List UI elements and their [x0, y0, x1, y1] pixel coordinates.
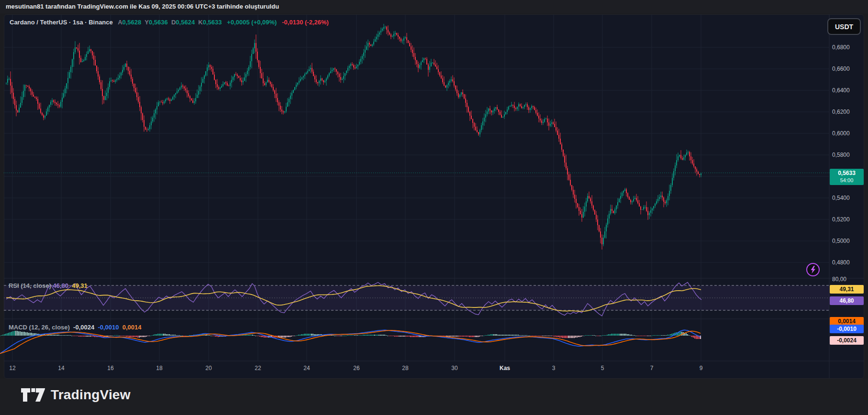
macd-legend-part: -0,0010 — [98, 324, 122, 331]
rsi-value-tag: 46,80 — [830, 296, 864, 305]
macd-legend-part: MACD (12, 26, close) — [9, 324, 73, 331]
price-axis-label: 0,5000 — [832, 238, 850, 244]
price-axis-label: 0,5800 — [832, 152, 850, 158]
time-axis-label: 30 — [451, 365, 457, 371]
rsi-legend-part: 49,31 — [72, 282, 88, 289]
time-axis-label: 7 — [650, 365, 654, 371]
symbol-legend-part: 0,5628 — [122, 19, 145, 26]
time-axis-label: 18 — [156, 365, 162, 371]
time-axis-label: 28 — [402, 365, 408, 371]
tradingview-logo-icon — [21, 386, 45, 404]
symbol-legend-part: 0,5624 — [176, 19, 198, 26]
tradingview-logo-text: TradingView — [51, 387, 131, 403]
symbol-legend-part: +0,0005 (+0,09%) — [227, 19, 282, 26]
macd-legend-part: -0,0024 — [73, 324, 98, 331]
price-axis-label: 0,6600 — [832, 66, 850, 72]
symbol-legend-part: Cardano / TetherUS · 1sa · Binance — [10, 19, 118, 26]
symbol-legend-part: 0,5633 — [203, 19, 227, 26]
time-axis-label: 14 — [58, 365, 64, 371]
footer-bar: TradingView — [0, 379, 868, 415]
time-axis-label: 24 — [303, 365, 310, 371]
macd-value-tag: -0,0010 — [830, 325, 864, 333]
price-axis-label: 0,6200 — [832, 109, 850, 115]
time-axis-label: 16 — [107, 365, 113, 371]
rsi-legend-part: 46,80 — [53, 282, 72, 289]
macd-legend-part: 0,0014 — [122, 324, 142, 331]
time-axis-label: 22 — [255, 365, 261, 371]
currency-toggle-button[interactable]: USDT — [827, 18, 861, 35]
lightning-icon — [806, 262, 820, 277]
symbol-legend-part: 0,5636 — [149, 19, 171, 26]
price-axis-label: 0,5400 — [832, 195, 850, 201]
price-axis-label: 0,6000 — [832, 130, 850, 137]
tradingview-brand[interactable]: TradingView — [21, 386, 131, 404]
time-axis-label: 26 — [353, 365, 359, 371]
rsi-legend-part: RSI (14, close) — [9, 282, 53, 289]
symbol-legend-part: A — [118, 19, 122, 26]
time-axis-label: 12 — [9, 365, 15, 371]
rsi-axis-label: 80,00 — [832, 276, 846, 283]
macd-legend: MACD (12, 26, close) -0,0024 -0,0010 0,0… — [9, 324, 142, 331]
symbol-legend: Cardano / TetherUS · 1sa · Binance A0,56… — [10, 19, 329, 26]
symbol-legend-part: Y — [145, 19, 149, 26]
rsi-ma-value-tag: 49,31 — [830, 285, 864, 294]
boost-button[interactable] — [806, 262, 820, 277]
price-axis-label: 0,5200 — [832, 216, 850, 223]
price-axis-label: 0,4800 — [832, 259, 850, 266]
time-axis-label: 9 — [700, 365, 703, 371]
price-axis-label: 0,6400 — [832, 87, 850, 94]
time-axis-label: 3 — [552, 365, 556, 371]
symbol-legend-part: -0,0130 (-2,26%) — [282, 19, 329, 26]
symbol-legend-part: D — [171, 19, 176, 26]
countdown-label: 54:00 — [840, 177, 854, 183]
chart-canvas[interactable] — [0, 0, 868, 415]
tradingview-snapshot: mesutinan81 tarafından TradingView.com i… — [0, 0, 868, 415]
time-axis-label: 20 — [205, 365, 211, 371]
rsi-legend: RSI (14, close) 46,80 49,31 — [9, 282, 88, 289]
time-axis-label: 5 — [601, 365, 604, 371]
price-axis-label: 0,6800 — [832, 44, 850, 51]
macd-hist-value-tag: -0,0024 — [830, 336, 864, 345]
last-price-tag: 0,563354:00 — [830, 169, 864, 185]
time-axis-label: Kas — [500, 365, 510, 371]
symbol-legend-part: K — [198, 19, 202, 26]
currency-toggle-label: USDT — [835, 23, 853, 31]
